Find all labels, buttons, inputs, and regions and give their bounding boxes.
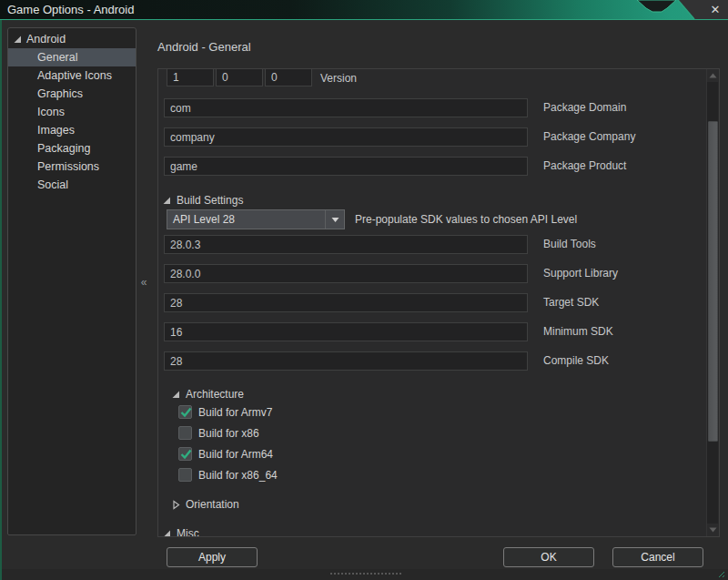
sidebar-item-adaptive-icons[interactable]: Adaptive Icons xyxy=(8,66,136,85)
section-architecture[interactable]: Architecture xyxy=(171,388,244,401)
page-title: Android - General xyxy=(157,40,251,54)
version-minor-field[interactable] xyxy=(216,68,263,86)
checkbox-build-arm64[interactable]: Build for Arm64 xyxy=(158,446,273,462)
compile-sdk-row: Compile SDK xyxy=(158,351,719,371)
section-expanded-icon[interactable] xyxy=(162,196,172,206)
sidebar-item-social[interactable]: Social xyxy=(8,176,136,194)
chevron-down-icon xyxy=(331,217,339,223)
dropdown-arrow-button[interactable] xyxy=(325,210,344,229)
support-library-field[interactable] xyxy=(164,264,528,283)
tree-root-label: Android xyxy=(26,33,66,46)
version-major-field[interactable] xyxy=(167,68,214,86)
minimum-sdk-field[interactable] xyxy=(164,322,528,341)
target-sdk-label: Target SDK xyxy=(543,296,599,309)
scrollbar-thumb[interactable] xyxy=(708,121,718,442)
support-library-label: Support Library xyxy=(543,267,618,280)
ok-button[interactable]: OK xyxy=(503,547,594,567)
api-level-dropdown[interactable]: API Level 28 xyxy=(167,209,345,229)
section-expanded-icon[interactable] xyxy=(162,529,172,538)
checkmark-icon xyxy=(179,447,193,461)
package-domain-field[interactable] xyxy=(164,98,528,117)
section-build-settings[interactable]: Build Settings xyxy=(162,194,243,207)
section-orientation[interactable]: Orientation xyxy=(171,498,239,511)
checkbox-box[interactable] xyxy=(178,426,192,440)
build-tools-row: Build Tools xyxy=(158,235,719,255)
package-product-row: Package Product xyxy=(158,157,719,177)
compile-sdk-label: Compile SDK xyxy=(543,354,609,367)
checkbox-build-x86[interactable]: Build for x86 xyxy=(158,425,259,441)
api-level-row: API Level 28 Pre-populate SDK values to … xyxy=(158,209,719,231)
scroll-up-button[interactable] xyxy=(707,69,719,82)
package-company-row: Package Company xyxy=(158,127,719,148)
package-domain-label: Package Domain xyxy=(543,101,626,114)
version-row: Version xyxy=(158,68,719,87)
section-collapsed-icon[interactable] xyxy=(171,500,181,510)
triangle-down-icon xyxy=(709,527,717,533)
target-sdk-row: Target SDK xyxy=(158,293,719,313)
package-company-label: Package Company xyxy=(543,130,635,143)
sidebar-item-images[interactable]: Images xyxy=(8,121,136,139)
api-level-hint: Pre-populate SDK values to chosen API Le… xyxy=(355,213,577,226)
vertical-scrollbar[interactable] xyxy=(706,69,718,536)
title-bar[interactable]: Game Options - Android ✕ xyxy=(0,0,728,20)
checkbox-build-x86-64[interactable]: Build for x86_64 xyxy=(158,467,278,483)
game-options-window: Game Options - Android ✕ Android General… xyxy=(0,0,728,580)
checkbox-box[interactable] xyxy=(178,468,192,482)
minimum-sdk-row: Minimum SDK xyxy=(158,322,719,342)
package-product-label: Package Product xyxy=(543,159,626,172)
close-button[interactable]: ✕ xyxy=(706,2,724,17)
window-title: Game Options - Android xyxy=(7,3,134,16)
window-bottom-strip xyxy=(2,569,728,580)
sidebar-item-packaging[interactable]: Packaging xyxy=(8,139,136,158)
build-tools-label: Build Tools xyxy=(543,238,596,250)
package-product-field[interactable] xyxy=(164,157,528,176)
section-expanded-icon[interactable] xyxy=(171,390,181,400)
version-label: Version xyxy=(320,72,357,85)
api-level-value: API Level 28 xyxy=(167,210,325,229)
sidebar-item-permissions[interactable]: Permissions xyxy=(8,158,136,176)
window-left-accent xyxy=(0,20,2,580)
section-misc[interactable]: Misc xyxy=(162,527,199,537)
cancel-button[interactable]: Cancel xyxy=(612,547,703,567)
apply-button[interactable]: Apply xyxy=(167,547,258,567)
scroll-down-button[interactable] xyxy=(707,524,719,536)
compile-sdk-field[interactable] xyxy=(164,351,528,371)
sidebar-item-general[interactable]: General xyxy=(8,48,136,66)
checkbox-build-armv7[interactable]: Build for Armv7 xyxy=(158,404,272,420)
sidebar-tree: Android General Adaptive Icons Graphics … xyxy=(7,27,136,535)
resize-grip-icon[interactable] xyxy=(717,570,725,578)
version-build-field[interactable] xyxy=(265,68,312,86)
sidebar-collapse-handle[interactable]: « xyxy=(136,274,150,290)
package-company-field[interactable] xyxy=(164,127,528,147)
sidebar-root-android[interactable]: Android xyxy=(8,30,136,48)
tree-expanded-icon[interactable] xyxy=(13,35,23,45)
settings-scroll-panel: Version Package Domain Package Company P… xyxy=(157,68,720,537)
support-library-row: Support Library xyxy=(158,264,719,284)
target-sdk-field[interactable] xyxy=(164,293,528,312)
minimum-sdk-label: Minimum SDK xyxy=(543,325,613,338)
build-tools-field[interactable] xyxy=(164,235,528,254)
checkbox-box[interactable] xyxy=(178,447,192,461)
checkmark-icon xyxy=(179,405,193,419)
sidebar-item-icons[interactable]: Icons xyxy=(8,103,136,121)
sidebar-item-graphics[interactable]: Graphics xyxy=(8,85,136,103)
package-domain-row: Package Domain xyxy=(158,98,719,118)
resize-handle[interactable] xyxy=(330,573,401,575)
triangle-up-icon xyxy=(709,73,717,78)
checkbox-box[interactable] xyxy=(178,405,192,419)
